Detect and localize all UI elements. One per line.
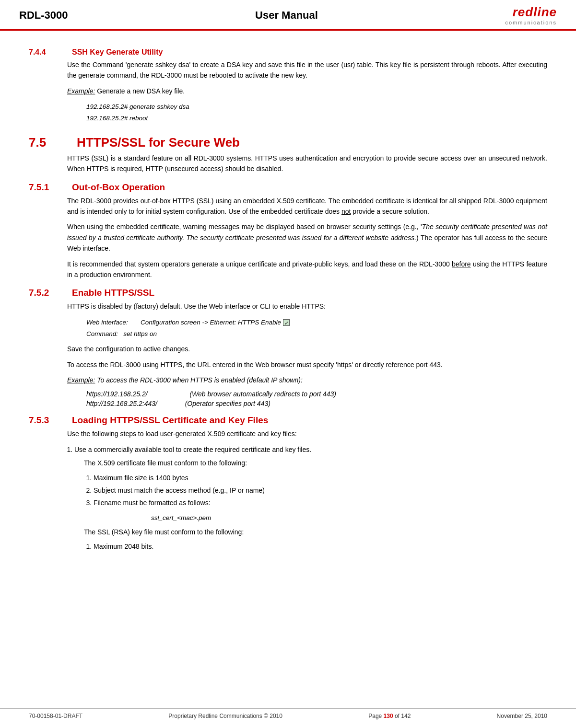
url2-desc: (Operator specifies port 443) [185,400,270,407]
section-744-title: SSH Key Generate Utility [72,48,163,57]
bullets2-list: Maximum 2048 bits. [94,541,547,552]
footer-doc-num: 70-00158-01-DRAFT [29,713,82,719]
section-744-num: 7.4.4 [29,48,67,57]
url1: https://192.168.25.2/ [86,390,148,398]
section-751-body3: It is recommended that system operators … [67,259,547,280]
section-744-body1: Use the Command 'generate sshkey dsa' to… [67,59,547,81]
section-751-num: 7.5.1 [29,182,67,193]
section-75-heading: 7.5 HTTPS/SSL for Secure Web [29,135,547,150]
section-75-num: 7.5 [29,135,72,150]
page-header: RDL-3000 User Manual redline communicati… [0,0,576,31]
section-751-heading: 7.5.1 Out-of-Box Operation [29,182,547,193]
footer-proprietary: Proprietary Redline Communications © 201… [168,713,282,719]
bullet1-3: Filename must be formatted as follows: [94,497,547,508]
section-744-example: Example: Generate a new DSA key file. [67,86,547,96]
bullet2-1: Maximum 2048 bits. [94,541,547,552]
section-752-body1: HTTPS is disabled by (factory) default. … [67,301,547,312]
section-751-title: Out-of-Box Operation [72,182,165,193]
bullet1-1-text: Maximum file size is 1400 bytes [94,474,188,482]
section-752-cmd: Command: set https on [86,328,547,340]
example-label-744: Example: [67,87,95,95]
not-text: not [341,208,351,215]
url2: http://192.168.25.2:443/ [86,400,157,407]
sub2-text: The SSL (RSA) key file must conform to t… [84,527,547,537]
section-753-body1: Use the following steps to load user-gen… [67,428,547,439]
section-753-steps: Use a commercially available tool to cre… [74,444,547,552]
section-75-body1: HTTPS (SSL) is a standard feature on all… [67,153,547,174]
web-value: Configuration screen -> Ethernet: HTTPS … [141,319,290,326]
bullet1-2: Subject must match the access method (e.… [94,485,547,496]
footer-page: Page 130 of 142 [368,713,411,719]
section-752-example: Example: To access the RDL-3000 when HTT… [67,375,547,385]
page-num: 130 [384,713,393,719]
bullets1-list: Maximum file size is 1400 bytes Subject … [94,473,547,508]
step-1: Use a commercially available tool to cre… [74,444,547,552]
section-752-web: Web interface: Configuration screen -> E… [86,317,547,328]
section-75-title: HTTPS/SSL for Secure Web [77,135,240,150]
page-suffix: of 142 [393,713,411,719]
url2-line: http://192.168.25.2:443/ (Operator speci… [86,400,547,407]
page-content: 7.4.4 SSH Key Generate Utility Use the C… [0,31,576,585]
before-text: before [452,260,471,268]
header-title-right: User Manual [255,9,318,22]
section-752-body3: To access the RDL-3000 using HTTPS, the … [67,359,547,370]
bullet1-3-text: Filename must be formatted as follows: [94,499,211,507]
section-752-body2: Save the configuration to active changes… [67,344,547,354]
section-753-num: 7.5.3 [29,415,67,426]
section-752-heading: 7.5.2 Enable HTTPS/SSL [29,288,547,298]
step-1-text: Use a commercially available tool to cre… [74,446,311,453]
cmd-value: set https on [123,330,157,337]
bullet1-2-text: Subject must match the access method (e.… [94,486,265,494]
example-text-752: To access the RDL-3000 when HTTPS is ena… [95,376,302,384]
filename-text: ssl_cert_<mac>.pem [151,512,547,524]
url1-line: https://192.168.25.2/ (Web browser autom… [86,390,547,398]
example-label-752: Example: [67,376,95,384]
page-prefix: Page [368,713,383,719]
bullet2-1-text: Maximum 2048 bits. [94,543,153,550]
section-753-heading: 7.5.3 Loading HTTPS/SSL Certificate and … [29,415,547,426]
section-744-code1: 192.168.25.2# generate sshkey dsa [86,101,547,113]
section-751-body2: When using the embedded certificate, war… [67,221,547,254]
logo-sub: communications [505,20,557,25]
page-footer: 70-00158-01-DRAFT Proprietary Redline Co… [0,708,576,723]
footer-date: November 25, 2010 [497,713,547,719]
italic-warning: The security certificate presented was n… [67,223,547,241]
section-753-title: Loading HTTPS/SSL Certificate and Key Fi… [72,415,268,426]
logo-area: redline communications [505,5,557,25]
section-752-num: 7.5.2 [29,288,67,298]
sub1-text: The X.509 certificate file must conform … [84,458,547,468]
section-744-code2: 192.168.25.2# reboot [86,113,547,124]
url1-desc: (Web browser automatically redirects to … [189,390,336,398]
logo-brand: redline [513,5,557,20]
section-744-heading: 7.4.4 SSH Key Generate Utility [29,48,547,57]
bullet1-1: Maximum file size is 1400 bytes [94,473,547,483]
checkbox-icon: ✓ [283,319,290,326]
header-title-left: RDL-3000 [19,9,68,22]
section-751-body1: The RDL-3000 provides out-of-box HTTPS (… [67,196,547,217]
cmd-label: Command: [86,330,118,337]
section-752-title: Enable HTTPS/SSL [72,288,154,298]
example-text-744: Generate a new DSA key file. [95,87,185,95]
web-label: Web interface: [86,319,128,326]
